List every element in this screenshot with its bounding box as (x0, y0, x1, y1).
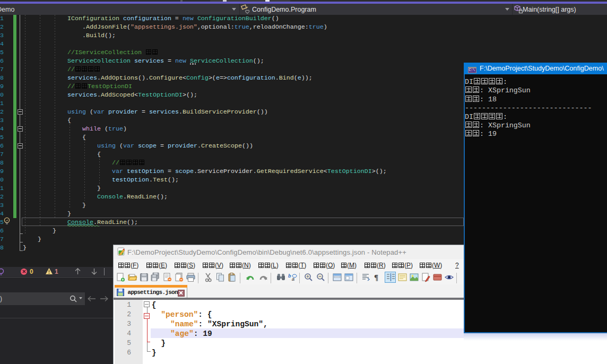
svg-text:b: b (288, 273, 291, 279)
svg-text:¶: ¶ (374, 273, 378, 282)
